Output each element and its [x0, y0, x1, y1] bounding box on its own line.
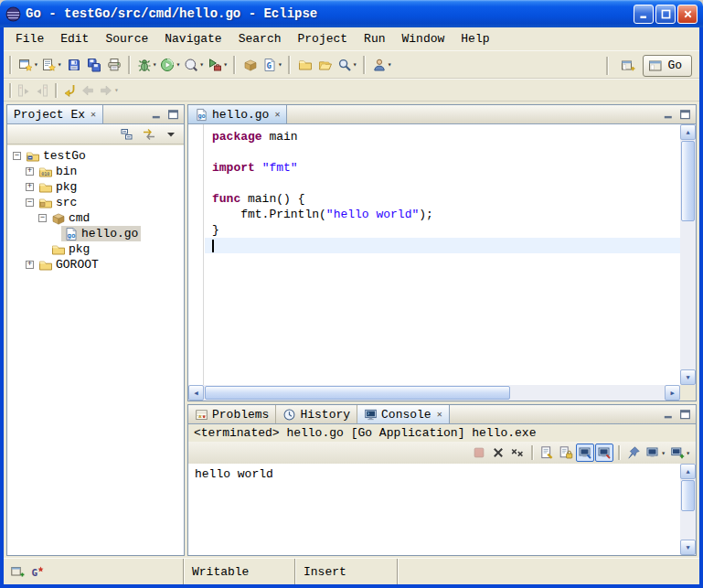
print-button[interactable] [104, 54, 124, 76]
scroll-up-icon[interactable]: ▲ [680, 124, 696, 140]
remove-all-launches-button[interactable] [508, 444, 527, 462]
code-line[interactable]: } [205, 222, 680, 238]
close-tab-icon[interactable]: ✕ [437, 409, 442, 420]
dropdown-arrow-icon[interactable]: ▾ [199, 60, 204, 69]
code-line[interactable]: package main [205, 129, 680, 144]
scroll-up-icon[interactable]: ▲ [680, 464, 696, 479]
close-tab-icon[interactable]: ✕ [274, 109, 280, 120]
back-button[interactable] [79, 81, 97, 100]
scroll-left-icon[interactable]: ◀ [188, 385, 204, 401]
tree-expander-icon[interactable]: + [26, 167, 34, 176]
clear-console-button[interactable] [538, 444, 556, 462]
code-line[interactable]: func main() { [205, 191, 680, 207]
profile-button[interactable]: ▾ [182, 54, 206, 76]
minimize-view-button[interactable] [662, 108, 676, 122]
close-tab-icon[interactable]: ✕ [91, 109, 96, 120]
scrollbar-thumb[interactable] [681, 141, 695, 221]
next-annotation-button[interactable] [15, 81, 33, 100]
tree-item-goroot[interactable]: +GOROOT [7, 257, 184, 273]
console-vertical-scrollbar[interactable]: ▲ ▼ [680, 464, 696, 555]
maximize-button[interactable] [655, 5, 676, 24]
save-all-button[interactable] [84, 54, 104, 76]
tree-item-testgo[interactable]: −testGo [7, 148, 184, 164]
code-line[interactable] [205, 176, 680, 191]
show-on-stderr-button[interactable] [595, 444, 613, 462]
tree-expander-icon[interactable]: + [26, 183, 34, 191]
code-line[interactable] [205, 238, 680, 253]
dropdown-arrow-icon[interactable]: ▾ [114, 86, 119, 94]
view-menu-button[interactable] [162, 125, 180, 144]
maximize-view-button[interactable] [166, 108, 180, 122]
scroll-down-icon[interactable]: ▼ [680, 540, 696, 555]
new-go-package-button[interactable] [240, 54, 261, 76]
dropdown-arrow-icon[interactable]: ▾ [686, 449, 690, 457]
editor-vertical-scrollbar[interactable]: ▲ ▼ [680, 124, 696, 385]
open-console-button[interactable]: ▾ [668, 444, 692, 462]
tree-expander-icon[interactable]: − [38, 214, 47, 222]
tab-hello-go[interactable]: go hello.go ✕ [188, 105, 287, 123]
new-go-element-button[interactable]: ▾ [40, 54, 64, 76]
dropdown-arrow-icon[interactable]: ▾ [661, 449, 666, 457]
tree-item-cmd[interactable]: −cmd [7, 210, 184, 226]
last-edit-location-button[interactable] [60, 81, 79, 100]
dropdown-arrow-icon[interactable]: ▾ [176, 60, 180, 69]
menu-item-window[interactable]: Window [394, 30, 453, 48]
tab-console[interactable]: Console✕ [357, 405, 450, 423]
open-perspective-button[interactable] [618, 55, 638, 77]
dropdown-arrow-icon[interactable]: ▾ [58, 60, 62, 69]
tree-expander-icon[interactable]: − [26, 198, 34, 207]
menu-item-run[interactable]: Run [356, 30, 393, 48]
maximize-view-button[interactable] [678, 408, 692, 422]
display-console-button[interactable]: ▾ [644, 444, 667, 462]
tree-item-hello-go[interactable]: gohello.go [7, 226, 184, 241]
go-perspective-button[interactable]: Go [643, 55, 692, 77]
tree-item-src[interactable]: −src [7, 195, 184, 210]
save-button[interactable] [64, 54, 84, 76]
editor-horizontal-scrollbar[interactable]: ◀ ▶ [188, 385, 680, 401]
title-bar[interactable]: Go - testGo/src/cmd/hello.go - Eclipse [0, 0, 703, 27]
minimize-view-button[interactable] [662, 408, 676, 422]
menu-item-help[interactable]: Help [453, 30, 497, 48]
close-button[interactable] [677, 5, 698, 24]
go-status-icon[interactable]: G [30, 564, 45, 579]
menu-item-edit[interactable]: Edit [52, 30, 97, 48]
dropdown-arrow-icon[interactable]: ▾ [388, 60, 392, 69]
scroll-down-icon[interactable]: ▼ [680, 369, 696, 385]
console-output[interactable]: hello world [188, 464, 680, 555]
run-button[interactable]: ▾ [158, 54, 182, 76]
code-line[interactable] [205, 144, 680, 160]
scrollbar-thumb[interactable] [681, 480, 695, 511]
scroll-right-icon[interactable]: ▶ [665, 385, 680, 401]
maximize-view-button[interactable] [678, 108, 692, 122]
new-go-app-button[interactable]: G▾ [261, 54, 284, 76]
menu-item-file[interactable]: File [7, 30, 52, 48]
pin-console-button[interactable] [624, 444, 643, 462]
tab-problems[interactable]: Problems [188, 405, 276, 423]
dropdown-arrow-icon[interactable]: ▾ [223, 60, 228, 69]
dropdown-arrow-icon[interactable]: ▾ [278, 60, 282, 69]
tree-item-bin[interactable]: +010bin [7, 164, 184, 179]
code-line[interactable]: import "fmt" [205, 160, 680, 176]
debug-button[interactable]: ▾ [135, 54, 159, 76]
collapse-all-button[interactable] [118, 125, 136, 144]
link-with-editor-button[interactable] [140, 125, 158, 144]
tab-history[interactable]: History [276, 405, 357, 423]
new-wizard-button[interactable]: ▾ [16, 54, 40, 76]
minimize-view-button[interactable] [150, 108, 164, 122]
code-area[interactable]: package mainimport "fmt"func main() { fm… [205, 124, 680, 385]
prev-annotation-button[interactable] [33, 81, 51, 100]
scrollbar-thumb[interactable] [205, 386, 510, 400]
code-line[interactable]: fmt.Println("hello world"); [205, 207, 680, 222]
search-button[interactable]: ▾ [336, 54, 359, 76]
terminate-button[interactable] [470, 444, 488, 462]
open-folder-button[interactable] [315, 54, 336, 76]
menu-item-project[interactable]: Project [289, 30, 356, 48]
menu-item-source[interactable]: Source [97, 30, 156, 48]
tree-expander-icon[interactable]: + [26, 261, 34, 269]
dropdown-arrow-icon[interactable]: ▾ [353, 60, 357, 69]
dropdown-arrow-icon[interactable]: ▾ [153, 60, 157, 69]
scroll-lock-button[interactable] [557, 444, 575, 462]
tree-expander-icon[interactable]: − [13, 152, 21, 160]
show-on-stdout-button[interactable] [576, 444, 594, 462]
tree-item-pkg[interactable]: +pkg [7, 179, 184, 195]
